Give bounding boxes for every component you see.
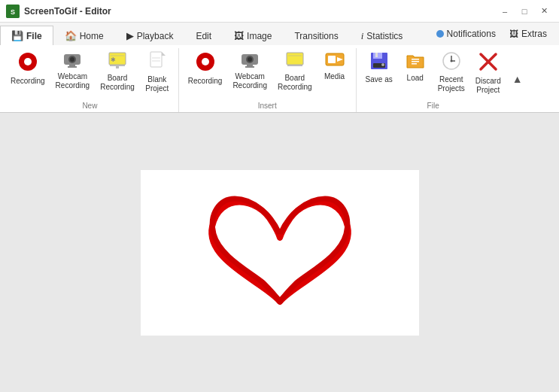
webcam-label: WebcamRecording bbox=[56, 72, 90, 90]
heart-drawing bbox=[167, 185, 393, 321]
tab-statistics[interactable]: i Statistics bbox=[350, 26, 415, 45]
notifications-button[interactable]: Notifications bbox=[430, 26, 502, 41]
webcam-insert-icon bbox=[240, 51, 260, 71]
tab-playback-label: Playback bbox=[137, 31, 174, 41]
webcam-insert-label: WebcamRecording bbox=[232, 72, 267, 90]
recording-insert-icon bbox=[195, 51, 216, 75]
media-label: Media bbox=[324, 72, 345, 81]
title-controls: – □ ✕ bbox=[496, 4, 553, 19]
tab-transitions[interactable]: Transitions bbox=[283, 26, 349, 45]
main-content bbox=[0, 113, 559, 392]
insert-group-label: Insert bbox=[184, 100, 351, 112]
tab-transitions-label: Transitions bbox=[294, 31, 338, 41]
app-title: ScreenToGif - Editor bbox=[24, 6, 111, 17]
blank-project-button[interactable]: BlankProject bbox=[141, 48, 174, 96]
svg-rect-37 bbox=[412, 61, 419, 62]
tab-image-label: Image bbox=[247, 31, 272, 41]
board-insert-label: BoardRecording bbox=[278, 74, 312, 92]
svg-rect-14 bbox=[150, 52, 162, 67]
discard-label: DiscardProject bbox=[475, 77, 501, 95]
save-as-label: Save as bbox=[366, 75, 393, 84]
svg-marker-15 bbox=[162, 52, 166, 56]
board-label: BoardRecording bbox=[100, 74, 135, 92]
canvas-area bbox=[0, 113, 559, 392]
svg-rect-38 bbox=[412, 63, 417, 65]
svg-point-22 bbox=[248, 57, 252, 62]
tab-image[interactable]: 🖼 Image bbox=[223, 26, 283, 45]
ribbon-group-file: Save as Load RecentProjects DiscardProje… bbox=[357, 48, 510, 112]
media-icon bbox=[325, 51, 345, 71]
title-bar: S ScreenToGif - Editor – □ ✕ bbox=[0, 0, 559, 23]
notifications-label: Notifications bbox=[447, 29, 496, 39]
tab-playback[interactable]: ▶ Playback bbox=[115, 26, 185, 45]
board-insert-icon bbox=[285, 51, 305, 72]
svg-text:S: S bbox=[11, 8, 15, 16]
file-group-label: File bbox=[361, 100, 506, 112]
svg-rect-7 bbox=[69, 65, 75, 66]
svg-rect-25 bbox=[287, 53, 303, 65]
ribbon: Recording WebcamRecording ✱ BoardRecordi… bbox=[0, 45, 559, 113]
svg-rect-27 bbox=[287, 65, 302, 66]
load-icon bbox=[406, 51, 425, 72]
svg-rect-8 bbox=[68, 66, 77, 68]
ribbon-collapse-button[interactable]: ▲ bbox=[510, 48, 525, 112]
ribbon-file-items: Save as Load RecentProjects DiscardProje… bbox=[361, 48, 506, 100]
tab-edit[interactable]: Edit bbox=[184, 26, 223, 45]
tab-right: Notifications 🖼 Extras bbox=[430, 23, 559, 45]
load-button[interactable]: Load bbox=[399, 48, 432, 86]
recording-insert-button[interactable]: Recording bbox=[184, 48, 227, 89]
svg-rect-24 bbox=[245, 66, 254, 68]
svg-point-19 bbox=[202, 58, 209, 65]
extras-icon: 🖼 bbox=[509, 29, 518, 39]
svg-point-35 bbox=[381, 63, 384, 66]
svg-point-42 bbox=[450, 60, 452, 62]
board-insert-button[interactable]: BoardRecording bbox=[273, 48, 317, 95]
notifications-dot bbox=[436, 30, 444, 38]
discard-icon bbox=[478, 51, 499, 75]
recording-button[interactable]: Recording bbox=[6, 48, 50, 89]
extras-button[interactable]: 🖼 Extras bbox=[503, 26, 553, 41]
home-tab-icon: 🏠 bbox=[65, 30, 77, 41]
minimize-button[interactable]: – bbox=[496, 4, 514, 19]
tab-home[interactable]: 🏠 Home bbox=[53, 26, 115, 45]
playback-tab-icon: ▶ bbox=[126, 30, 134, 41]
canvas-inner bbox=[141, 170, 419, 336]
app-icon: S bbox=[6, 5, 20, 18]
maximize-button[interactable]: □ bbox=[515, 4, 533, 19]
svg-rect-13 bbox=[116, 66, 119, 68]
recording-label: Recording bbox=[11, 77, 45, 86]
recording-icon bbox=[17, 51, 38, 75]
tab-bar: 💾 File 🏠 Home ▶ Playback Edit 🖼 Image Tr… bbox=[0, 23, 559, 45]
webcam-recording-button[interactable]: WebcamRecording bbox=[51, 48, 95, 93]
statistics-tab-icon: i bbox=[361, 30, 364, 42]
ribbon-new-items: Recording WebcamRecording ✱ BoardRecordi… bbox=[6, 48, 174, 100]
svg-rect-33 bbox=[375, 53, 378, 57]
tab-home-label: Home bbox=[80, 31, 104, 41]
blank-icon bbox=[149, 51, 166, 74]
title-left: S ScreenToGif - Editor bbox=[6, 5, 111, 18]
media-button[interactable]: Media bbox=[318, 48, 351, 84]
svg-rect-36 bbox=[412, 59, 419, 60]
recording-insert-label: Recording bbox=[188, 77, 223, 86]
close-button[interactable]: ✕ bbox=[535, 4, 553, 19]
file-tab-icon: 💾 bbox=[11, 30, 23, 41]
extras-label: Extras bbox=[521, 29, 547, 39]
ribbon-group-new: Recording WebcamRecording ✱ BoardRecordi… bbox=[6, 48, 179, 112]
tab-file[interactable]: 💾 File bbox=[0, 26, 53, 45]
tab-statistics-label: Statistics bbox=[366, 31, 403, 41]
recent-projects-button[interactable]: RecentProjects bbox=[433, 48, 469, 96]
svg-point-6 bbox=[70, 57, 74, 62]
discard-project-button[interactable]: DiscardProject bbox=[471, 48, 506, 98]
save-as-icon bbox=[369, 51, 389, 74]
board-recording-button[interactable]: ✱ BoardRecording bbox=[96, 48, 139, 95]
webcam-icon bbox=[62, 51, 82, 71]
webcam-insert-button[interactable]: WebcamRecording bbox=[228, 48, 272, 93]
tab-file-label: File bbox=[26, 31, 42, 41]
load-label: Load bbox=[407, 74, 424, 83]
image-tab-icon: 🖼 bbox=[234, 30, 244, 41]
ribbon-insert-items: Recording WebcamRecording BoardRecording… bbox=[184, 48, 351, 100]
save-as-button[interactable]: Save as bbox=[361, 48, 397, 87]
svg-text:✱: ✱ bbox=[111, 56, 116, 63]
ribbon-group-insert: Recording WebcamRecording BoardRecording… bbox=[179, 48, 357, 112]
blank-label: BlankProject bbox=[145, 75, 169, 93]
